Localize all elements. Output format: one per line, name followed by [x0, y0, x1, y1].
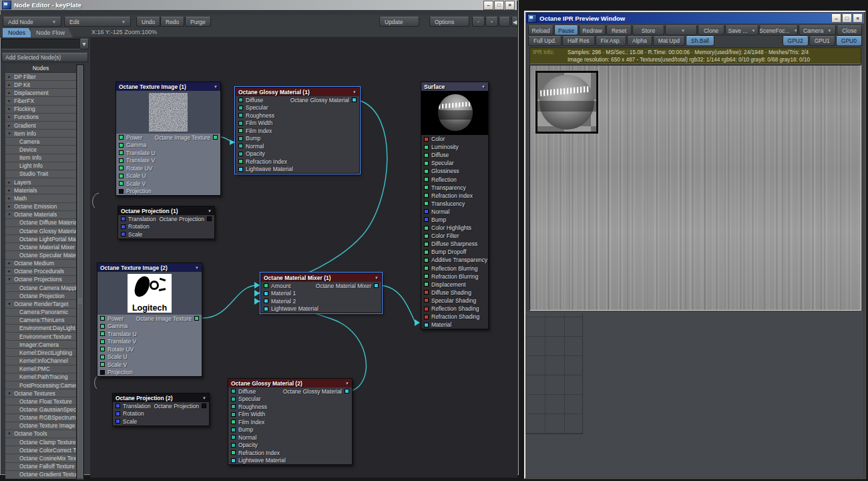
input-port[interactable] [238, 98, 243, 102]
sidebar-item[interactable]: Octane Glossy Material [5, 227, 76, 235]
chevron-down-icon[interactable]: ▼ [353, 90, 357, 94]
expand-arrow-icon[interactable]: ► [7, 124, 13, 128]
node-input-row[interactable]: Reflection Shading [421, 305, 488, 313]
ipr-button-pause[interactable]: Pause [554, 25, 578, 35]
output-port[interactable] [207, 216, 212, 221]
output-port[interactable] [202, 404, 206, 408]
ipr-button-sh-ball[interactable]: Sh.Ball [686, 36, 714, 46]
sidebar-item[interactable]: Octane Falloff Texture [5, 463, 76, 471]
node-input-row[interactable]: PowerOctane Image Texture [97, 315, 202, 323]
input-port[interactable] [424, 169, 429, 174]
input-port[interactable] [238, 167, 243, 172]
input-port[interactable] [231, 435, 236, 440]
ipr-button-alpha[interactable]: Alpha [627, 36, 652, 46]
node-input-row[interactable]: Luminosity [421, 143, 488, 151]
input-port[interactable] [424, 298, 429, 303]
input-port[interactable] [424, 209, 429, 214]
ipr-button-reset[interactable]: Reset [606, 25, 632, 35]
node-input-row[interactable]: DiffuseOctane Glossy Material [228, 387, 352, 395]
sidebar-item[interactable]: Light Info [5, 162, 76, 170]
input-port[interactable] [116, 404, 120, 408]
sidebar-item[interactable]: ►Displacement [5, 89, 76, 97]
sidebar-item[interactable]: Kernel:InfoChannel [5, 357, 76, 365]
node-input-row[interactable]: Specular [421, 159, 488, 167]
ipr-button-scenefoc[interactable]: SceneFoc...▼ [759, 25, 798, 35]
sidebar-item[interactable]: ►Flocking [5, 106, 76, 114]
node-input-row[interactable]: Refraction Index [228, 449, 352, 457]
sidebar-item[interactable]: Octane RGBSpectrum Texture [5, 414, 76, 422]
chevron-down-icon[interactable]: ▼ [345, 381, 349, 385]
ipr-button-fix-asp[interactable]: Fix Asp. [596, 36, 626, 46]
node-input-row[interactable]: Translate U [97, 330, 202, 338]
sidebar-item[interactable]: Octane Specular Material [5, 251, 76, 259]
ipr-button-mat-upd[interactable]: Mat Upd [653, 36, 685, 46]
sidebar-item[interactable]: Octane GaussianSpectrum [5, 406, 76, 414]
expand-arrow-icon[interactable]: ► [7, 188, 13, 192]
sidebar-item[interactable]: Studio Trait [5, 170, 76, 178]
node-input-row[interactable]: Translate V [97, 338, 202, 346]
node-input-row[interactable]: Diffuse Shading [421, 289, 488, 297]
close-button[interactable]: × [853, 13, 863, 23]
chevron-down-icon[interactable]: ▼ [481, 85, 485, 89]
sidebar-item[interactable]: ▼Octane Materials [5, 211, 76, 219]
sidebar-item[interactable]: Imager:Camera [5, 341, 76, 349]
node-input-row[interactable]: Bump [236, 135, 359, 143]
input-port[interactable] [264, 307, 268, 311]
ipr-button-clone[interactable]: Clone [698, 25, 724, 35]
node-input-row[interactable]: Scale V [97, 361, 202, 369]
undo-button[interactable]: Undo [136, 17, 160, 27]
expand-arrow-icon[interactable]: ► [7, 99, 13, 103]
expand-arrow-icon[interactable]: ► [7, 107, 13, 111]
ipr-button-half-res[interactable]: Half Res [562, 36, 595, 46]
sidebar-item[interactable]: ►Functions [5, 114, 76, 122]
sidebar-item[interactable]: ►Materials [5, 186, 76, 194]
input-port[interactable] [100, 339, 105, 344]
node-input-row[interactable]: Projection [116, 188, 220, 196]
node-output[interactable]: Octane Glossy Material [290, 97, 357, 104]
sidebar-item[interactable]: ▼Octane Tools [5, 430, 76, 438]
input-port[interactable] [119, 135, 124, 140]
node-output[interactable]: Octane Material Mixer [316, 283, 379, 289]
shader-ball-thumbnail[interactable] [535, 71, 598, 134]
input-port[interactable] [424, 250, 429, 255]
input-port[interactable] [119, 189, 124, 194]
node-input-row[interactable]: Normal [421, 208, 488, 216]
redo-button[interactable]: Redo [160, 17, 184, 27]
add-selected-nodes-button[interactable]: Add Selected Node(s) [1, 53, 88, 62]
node-input-row[interactable]: Refraction Index [236, 158, 359, 166]
node-input-row[interactable]: Color [421, 135, 488, 143]
chevron-down-icon[interactable]: ▼ [202, 396, 206, 400]
ipr-button-close[interactable]: Close [837, 25, 862, 35]
input-port[interactable] [121, 224, 126, 229]
node-input-row[interactable]: Normal [236, 142, 359, 150]
ipr-button-store[interactable]: Store [632, 25, 664, 35]
node-titlebar[interactable]: Octane Projection (2)▼ [113, 393, 209, 402]
expand-arrow-icon[interactable]: ► [7, 196, 13, 200]
input-port[interactable] [238, 106, 243, 110]
node-input-row[interactable]: Film Index [236, 127, 359, 135]
ipr-button-save[interactable]: Save ...▼ [725, 25, 758, 35]
sidebar-item[interactable]: Octane CosineMix Texture [5, 454, 76, 462]
input-port[interactable] [100, 362, 105, 367]
node-output[interactable]: Octane Glossy Material [283, 388, 349, 395]
graph-node-octane-texture-image-1[interactable]: Octane Texture Image (1)▼ PowerOctane Im… [116, 82, 221, 196]
sidebar-item[interactable]: Octane Diffuse Material [5, 219, 76, 227]
input-port[interactable] [424, 137, 429, 142]
add-node-dropdown[interactable]: Add Node ▼ [3, 17, 61, 27]
node-input-row[interactable]: Rotation [118, 223, 214, 231]
input-port[interactable] [231, 389, 236, 393]
input-port[interactable] [100, 355, 105, 359]
chevron-down-icon[interactable]: ▼ [375, 276, 379, 280]
node-input-row[interactable]: Glossiness [421, 167, 488, 175]
output-port[interactable] [374, 283, 379, 288]
node-input-row[interactable]: Translate U [116, 149, 220, 157]
sidebar-item[interactable]: ▼Octane Textures [5, 389, 76, 397]
input-port[interactable] [424, 201, 429, 206]
pen-tool-icon[interactable] [472, 17, 485, 27]
tab-node-flow[interactable]: Node Flow [31, 28, 73, 37]
node-input-row[interactable]: Rotation [113, 410, 209, 418]
gpu-toggle-gpu2[interactable]: GPU2 [783, 36, 809, 46]
input-port[interactable] [100, 331, 105, 336]
node-input-row[interactable]: Lightwave Material [228, 457, 352, 465]
graph-node-octane-projection-1[interactable]: Octane Projection (1)▼TranslationOctane … [118, 206, 215, 239]
